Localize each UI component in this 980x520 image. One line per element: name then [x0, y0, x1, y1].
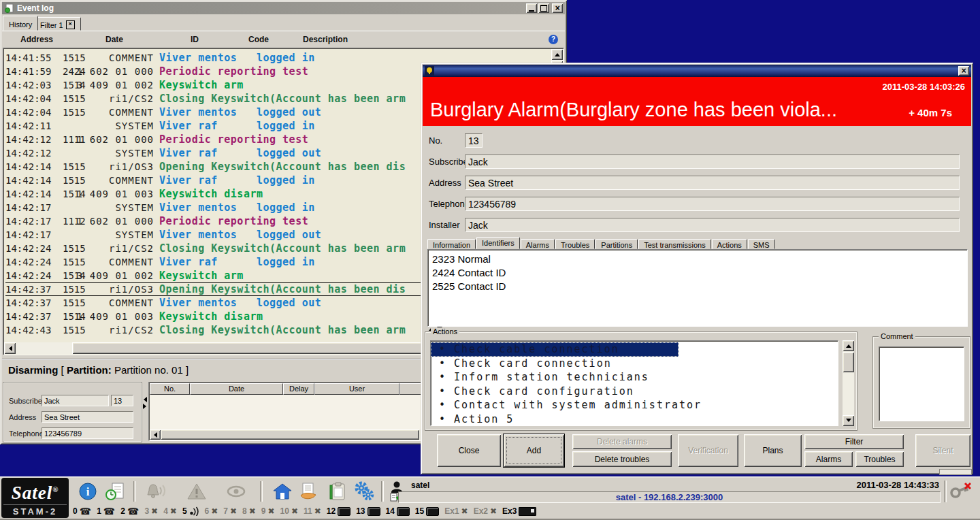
silent-button[interactable]: Silent [915, 434, 970, 467]
maximize-button[interactable] [538, 3, 549, 13]
scrollbar-thumb[interactable] [161, 429, 419, 440]
column-id[interactable]: ID [191, 35, 199, 44]
read-events-icon[interactable] [297, 480, 320, 503]
comment-textarea[interactable] [879, 346, 964, 421]
identifier-item[interactable]: 2424 Contact ID [432, 266, 963, 280]
home-icon[interactable] [271, 480, 294, 503]
detail-column-header[interactable]: No. [150, 383, 190, 395]
settings-gears-icon[interactable] [353, 480, 376, 503]
delete-troubles-button[interactable]: Delete troubles [572, 451, 672, 467]
alarms-bell-icon[interactable] [144, 480, 167, 503]
filter-tab-close-icon[interactable]: × [66, 20, 75, 29]
channel-Ex2[interactable]: Ex2✖ [474, 506, 497, 516]
action-item[interactable]: Check card configuration [431, 385, 838, 399]
close-button[interactable]: × [552, 3, 563, 13]
channel-Ex1[interactable]: Ex1✖ [444, 506, 468, 516]
address-field[interactable] [42, 411, 133, 423]
channel-6[interactable]: 6✖ [205, 506, 218, 516]
plans-button[interactable]: Plans [744, 434, 802, 467]
channel-13[interactable]: 13 [356, 506, 380, 516]
detail-column-header[interactable]: Date [190, 383, 283, 395]
field-subscriber[interactable] [465, 155, 960, 169]
tab-alarms[interactable]: Alarms [521, 239, 555, 249]
filter-troubles-button[interactable]: Troubles [855, 451, 904, 467]
info-icon[interactable]: i [76, 480, 99, 503]
column-description[interactable]: Description [303, 35, 348, 44]
channel-3[interactable]: 3✖ [144, 506, 158, 516]
field-address[interactable] [465, 176, 960, 190]
x-icon: ✖ [314, 506, 321, 516]
scrollbar-thumb[interactable] [843, 352, 854, 372]
tab-identifiers[interactable]: Identifiers [476, 237, 520, 249]
action-item[interactable]: Check card connection [431, 357, 838, 371]
column-address[interactable]: Address [20, 35, 53, 44]
channel-9[interactable]: 9✖ [261, 506, 275, 516]
logout-key-icon[interactable] [949, 479, 972, 502]
tab-information[interactable]: Information [427, 239, 476, 249]
add-button[interactable]: Add [504, 434, 564, 467]
action-item[interactable]: Inform station technicians [431, 370, 838, 385]
tab-sms[interactable]: SMS [748, 239, 775, 249]
channel-11[interactable]: 11✖ [304, 506, 321, 516]
subscriber-no-field[interactable] [111, 395, 133, 406]
channel-5[interactable]: 5 [182, 506, 199, 516]
filter-alarms-button[interactable]: Alarms [804, 451, 853, 467]
scroll-down-icon[interactable] [843, 415, 854, 426]
column-code[interactable]: Code [248, 35, 269, 44]
field-no[interactable] [465, 133, 483, 148]
channel-7[interactable]: 7✖ [223, 506, 237, 516]
event-log-titlebar[interactable]: Event log × [2, 2, 565, 14]
identifier-item[interactable]: 2525 Contact ID [432, 280, 963, 293]
channel-2[interactable]: 2☎ [120, 506, 139, 516]
tab-troubles[interactable]: Troubles [555, 239, 595, 249]
monitor-eye-icon[interactable] [225, 480, 248, 503]
tab-partitions[interactable]: Partitions [595, 239, 638, 249]
phone-icon: ☎ [103, 507, 115, 515]
scroll-up-icon[interactable] [843, 340, 854, 351]
verification-button[interactable]: Verification [678, 434, 738, 467]
field-installer[interactable] [465, 218, 960, 232]
close-button[interactable]: × [958, 66, 969, 76]
tab-filter-1[interactable]: Filter 1 × [34, 17, 81, 31]
channel-0[interactable]: 0☎ [73, 506, 91, 516]
channel-Ex3[interactable]: Ex3 [502, 506, 536, 516]
channel-1[interactable]: 1☎ [97, 506, 115, 516]
action-item[interactable]: Action 5 [431, 412, 838, 427]
panel-splitter[interactable] [142, 382, 147, 441]
channel-10[interactable]: 10✖ [280, 506, 298, 516]
warning-icon[interactable] [185, 480, 208, 503]
identifier-item[interactable]: 2323 Normal [432, 253, 963, 266]
identifiers-list[interactable]: 2323 Normal2424 Contact ID2525 Contact I… [427, 249, 968, 327]
event-history-icon[interactable] [103, 480, 127, 503]
filter-button[interactable]: Filter [804, 434, 904, 449]
channel-14[interactable]: 14 [386, 506, 410, 516]
close-alarm-button[interactable]: Close [437, 434, 501, 467]
help-icon[interactable]: ? [549, 35, 558, 44]
channel-12[interactable]: 12 [327, 506, 350, 516]
detail-column-header[interactable]: User [314, 383, 399, 395]
delete-alarms-button[interactable]: Delete alarms [572, 434, 672, 449]
notes-icon[interactable] [325, 480, 348, 503]
tab-test-transmissions[interactable]: Test transmissions [638, 239, 710, 249]
tab-actions[interactable]: Actions [712, 239, 747, 249]
minimize-button[interactable] [526, 3, 537, 13]
event-cell-time: 14:42:24 [5, 242, 51, 255]
scroll-up-icon[interactable] [551, 49, 563, 60]
channel-8[interactable]: 8✖ [242, 506, 256, 516]
telephone-field[interactable] [42, 427, 133, 439]
action-item[interactable]: Contact with system administrator [431, 398, 838, 412]
column-date[interactable]: Date [105, 35, 123, 44]
channel-15[interactable]: 15 [415, 506, 439, 516]
address-label: Address [9, 413, 36, 421]
tab-history[interactable]: History [3, 16, 38, 31]
scroll-left-icon[interactable] [4, 342, 16, 354]
subscriber-field[interactable] [42, 395, 109, 406]
action-item[interactable]: Check cable connection [431, 342, 679, 357]
alarm-titlebar[interactable]: × [423, 65, 971, 77]
channel-4[interactable]: 4✖ [163, 506, 177, 516]
detail-column-header[interactable]: Delay [283, 383, 314, 395]
actions-list[interactable]: Check cable connectionCheck card connect… [430, 340, 838, 426]
scroll-left-icon[interactable] [150, 429, 161, 440]
field-telephone[interactable] [465, 197, 960, 211]
actions-scrollbar[interactable] [843, 340, 854, 426]
